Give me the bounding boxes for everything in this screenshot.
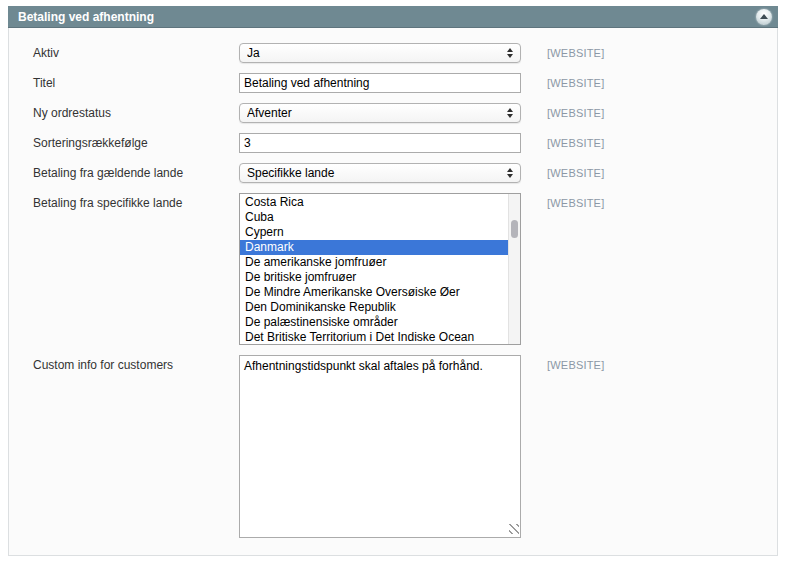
form-row-ordrestatus: Ny ordrestatus Afventer [WEBSITE] (33, 103, 777, 123)
section-title: Betaling ved afhentning (8, 6, 154, 28)
scope-label-website: [WEBSITE] (547, 43, 604, 59)
scope-label-website: [WEBSITE] (547, 73, 604, 89)
multiselect-options: Costa RicaCubaCypernDanmarkDe amerikansk… (240, 195, 508, 345)
country-option[interactable]: De Mindre Amerikanske Oversøiske Øer (240, 285, 508, 300)
country-option[interactable]: Den Dominikanske Republik (240, 300, 508, 315)
form-row-custom-info: Custom info for customers Afhentningstid… (33, 355, 777, 538)
aktiv-select[interactable]: Ja (239, 43, 521, 63)
form-row-gaeldende-lande: Betaling fra gældende lande Specifikke l… (33, 163, 777, 183)
titel-input[interactable] (239, 73, 521, 93)
gaeldende-lande-label: Betaling fra gældende lande (33, 163, 239, 180)
scrollbar-thumb[interactable] (511, 220, 518, 238)
gaeldende-lande-select-value: Specifikke lande (247, 166, 507, 180)
select-arrows-icon (507, 168, 513, 178)
scope-label-website: [WEBSITE] (547, 103, 604, 119)
custom-info-label: Custom info for customers (33, 355, 239, 372)
country-option[interactable]: Cuba (240, 210, 508, 225)
config-section-panel: Betaling ved afhentning Aktiv Ja [WEBSIT… (8, 6, 778, 556)
scope-label-website: [WEBSITE] (547, 133, 604, 149)
country-option[interactable]: Danmark (240, 240, 508, 255)
ordrestatus-select[interactable]: Afventer (239, 103, 521, 123)
country-option[interactable]: De britiske jomfruøer (240, 270, 508, 285)
multiselect-scrollbar[interactable] (508, 194, 520, 344)
form-row-specifikke-lande: Betaling fra specifikke lande Costa Rica… (33, 193, 777, 345)
gaeldende-lande-select[interactable]: Specifikke lande (239, 163, 521, 183)
section-body: Aktiv Ja [WEBSITE] Titel [WEBSITE] Ny or… (8, 28, 778, 556)
country-option[interactable]: De palæstinensiske områder (240, 315, 508, 330)
ordrestatus-select-value: Afventer (247, 106, 507, 120)
scope-label-website: [WEBSITE] (547, 355, 604, 371)
collapse-arrow-icon (760, 14, 768, 19)
select-arrows-icon (507, 108, 513, 118)
specifikke-lande-label: Betaling fra specifikke lande (33, 193, 239, 210)
country-option[interactable]: Det Britiske Territorium i Det Indiske O… (240, 330, 508, 345)
aktiv-select-value: Ja (247, 46, 507, 60)
form-row-aktiv: Aktiv Ja [WEBSITE] (33, 43, 777, 63)
specifikke-lande-multiselect[interactable]: Costa RicaCubaCypernDanmarkDe amerikansk… (239, 193, 521, 345)
aktiv-label: Aktiv (33, 43, 239, 60)
titel-label: Titel (33, 73, 239, 90)
custom-info-textarea[interactable]: Afhentningstidspunkt skal aftales på for… (239, 355, 521, 538)
sortering-input[interactable] (239, 133, 521, 153)
country-option[interactable]: Cypern (240, 225, 508, 240)
form-row-titel: Titel [WEBSITE] (33, 73, 777, 93)
select-arrows-icon (507, 48, 513, 58)
collapse-button[interactable] (756, 9, 772, 25)
ordrestatus-label: Ny ordrestatus (33, 103, 239, 120)
sortering-label: Sorteringsrækkefølge (33, 133, 239, 150)
scope-label-website: [WEBSITE] (547, 163, 604, 179)
country-option[interactable]: De amerikanske jomfruøer (240, 255, 508, 270)
form-row-sortering: Sorteringsrækkefølge [WEBSITE] (33, 133, 777, 153)
section-header[interactable]: Betaling ved afhentning (8, 6, 778, 28)
country-option[interactable]: Costa Rica (240, 195, 508, 210)
scope-label-website: [WEBSITE] (547, 193, 604, 209)
